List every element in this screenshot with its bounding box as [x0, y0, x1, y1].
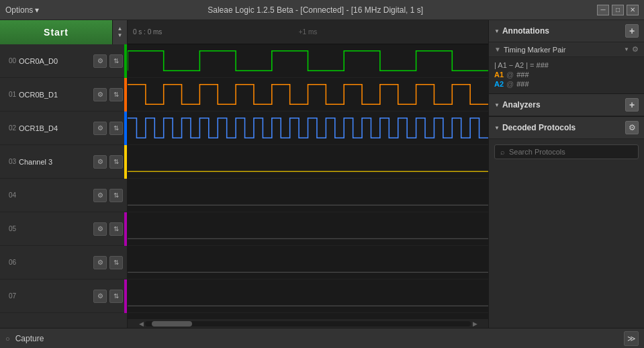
minimize-button[interactable]: ─ [597, 5, 609, 15]
channel-color-indicator [124, 212, 127, 246]
channel-settings-button[interactable]: ⚙ [93, 189, 107, 202]
timing-dropdown-icon[interactable]: ▼ [624, 46, 629, 52]
channel-number: 05 [4, 225, 16, 232]
channel-settings-button[interactable]: ⚙ [93, 88, 107, 101]
annotation-a2-line: A2 @ ### [494, 80, 639, 88]
channel-row: 06 ⚙ ⇅ [0, 246, 127, 279]
decoded-protocols-section: ▼ Decoded Protocols ⚙ ⌕ [489, 117, 644, 328]
channel-expand-button[interactable]: ⇅ [109, 155, 123, 169]
timing-marker-row: ▼ Timing Marker Pair ▼ ⚙ [489, 42, 644, 57]
annotations-add-button[interactable]: + [625, 24, 639, 38]
channel-number: 02 [4, 124, 16, 132]
channel-settings-button[interactable]: ⚙ [93, 222, 107, 236]
wave-row-4 [128, 179, 488, 212]
scroll-right-button[interactable]: ▶ [471, 319, 479, 329]
decoded-protocols-title: Decoded Protocols [502, 123, 625, 132]
options-menu[interactable]: Options ▾ [5, 5, 39, 15]
channel-icons: ⚙ ⇅ [93, 54, 123, 68]
scrollbar-track[interactable] [145, 321, 471, 327]
scrollbar-thumb[interactable] [152, 321, 192, 327]
channel-expand-button[interactable]: ⇅ [109, 88, 123, 101]
search-protocols-input[interactable] [509, 148, 633, 156]
channel-color-indicator [124, 112, 127, 145]
start-button[interactable]: Start [0, 20, 112, 44]
waveform-svg-4 [128, 179, 488, 212]
options-label: Options [5, 5, 33, 15]
decoded-protocols-gear-button[interactable]: ⚙ [625, 121, 639, 134]
capture-icon: ○ [5, 335, 10, 343]
horizontal-scrollbar[interactable]: ◀ ▶ [128, 318, 488, 328]
channel-color-indicator [124, 44, 127, 78]
channel-name: OCR1B_D4 [19, 124, 93, 132]
title-bar: Options ▾ Saleae Logic 1.2.5 Beta - [Con… [0, 0, 644, 20]
close-button[interactable]: ✕ [627, 5, 639, 15]
window-title: Saleae Logic 1.2.5 Beta - [Connected] - … [39, 5, 592, 15]
a1-sep: @ [506, 71, 514, 79]
analyzers-header: ▼ Analyzers + [489, 94, 644, 116]
wave-row-6 [128, 246, 488, 279]
channel-name: Channel 3 [19, 158, 93, 166]
a1-label: A1 [494, 71, 504, 79]
channel-row: 03 Channel 3 ⚙ ⇅ [0, 145, 127, 179]
window-controls: ─ □ ✕ [597, 5, 639, 15]
analyzers-add-button[interactable]: + [625, 98, 639, 112]
waveform-svg-6 [128, 246, 488, 279]
annotation-diff-label: | A1 − A2 | = ### [494, 61, 549, 69]
scroll-left-button[interactable]: ◀ [137, 319, 145, 329]
analyzers-title: Analyzers [502, 100, 625, 110]
annotations-title: Annotations [502, 26, 625, 36]
channel-row: 02 OCR1B_D4 ⚙ ⇅ [0, 112, 127, 145]
main-layout: Start ▲ ▼ 00 OCR0A_D0 ⚙ ⇅ 01 OCR0B_D1 [0, 20, 644, 328]
a2-sep: @ [506, 80, 514, 88]
channel-expand-button[interactable]: ⇅ [109, 222, 123, 236]
timing-gear-icon[interactable]: ⚙ [632, 45, 639, 54]
channel-name: OCR0A_D0 [19, 57, 93, 65]
left-panel: Start ▲ ▼ 00 OCR0A_D0 ⚙ ⇅ 01 OCR0B_D1 [0, 20, 128, 328]
channel-list: 00 OCR0A_D0 ⚙ ⇅ 01 OCR0B_D1 ⚙ ⇅ [0, 44, 127, 328]
channel-settings-button[interactable]: ⚙ [93, 122, 107, 135]
channel-expand-button[interactable]: ⇅ [109, 122, 123, 135]
time-label: 0 s : 0 ms [133, 28, 162, 36]
waveform-svg-5 [128, 212, 488, 245]
channel-settings-button[interactable]: ⚙ [93, 256, 107, 269]
waveform-svg-2 [128, 112, 488, 144]
start-arrows[interactable]: ▲ ▼ [112, 20, 127, 44]
channel-settings-button[interactable]: ⚙ [93, 290, 107, 303]
maximize-button[interactable]: □ [612, 5, 624, 15]
annotations-header: ▼ Annotations + [489, 20, 644, 42]
annotations-section: ▼ Annotations + ▼ Timing Marker Pair ▼ ⚙… [489, 20, 644, 94]
channel-expand-button[interactable]: ⇅ [109, 189, 123, 202]
channel-expand-button[interactable]: ⇅ [109, 256, 123, 269]
channel-icons: ⚙ ⇅ [93, 256, 123, 269]
channel-expand-button[interactable]: ⇅ [109, 54, 123, 68]
annotations-collapse-icon[interactable]: ▼ [494, 28, 500, 34]
a2-label: A2 [494, 80, 504, 88]
channel-icons: ⚙ ⇅ [93, 222, 123, 236]
waveform-area: 0 s : 0 ms +1 ms [128, 20, 488, 328]
forward-button[interactable]: ≫ [624, 331, 639, 346]
arrow-up-icon: ▲ [118, 26, 123, 32]
arrow-down-icon: ▼ [118, 32, 123, 39]
channel-number: 04 [4, 191, 16, 199]
analyzers-collapse-icon[interactable]: ▼ [494, 102, 500, 108]
bottom-bar: ○ Capture ≫ [0, 328, 644, 348]
channel-color-indicator [124, 145, 127, 179]
a1-value: ### [516, 71, 528, 79]
channel-settings-button[interactable]: ⚙ [93, 155, 107, 169]
channel-number: 06 [4, 259, 16, 266]
time-plus-label: +1 ms [299, 28, 318, 36]
channel-settings-button[interactable]: ⚙ [93, 54, 107, 68]
channel-row: 07 ⚙ ⇅ [0, 279, 127, 313]
channel-expand-button[interactable]: ⇅ [109, 290, 123, 303]
channel-number: 00 [4, 57, 16, 64]
channel-name: OCR0B_D1 [19, 91, 93, 99]
waveform-svg-0 [128, 44, 488, 77]
search-icon: ⌕ [500, 148, 505, 156]
wave-row-3 [128, 145, 488, 179]
channel-row: 04 ⚙ ⇅ [0, 179, 127, 212]
wave-row-7 [128, 279, 488, 313]
decoded-protocols-collapse-icon[interactable]: ▼ [494, 125, 500, 131]
wave-row-1 [128, 78, 488, 112]
timing-marker-label: Timing Marker Pair [504, 46, 624, 54]
search-box[interactable]: ⌕ [494, 144, 639, 159]
